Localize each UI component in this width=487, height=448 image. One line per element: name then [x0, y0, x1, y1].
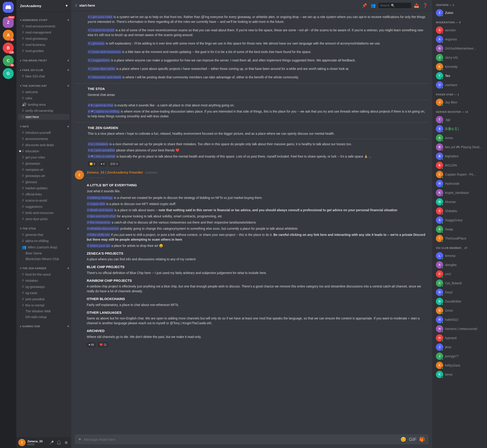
channel-mention[interactable]: # the-metaverse — [87, 221, 111, 224]
member-item-captain-rupert[interactable]: C Captain Rupert - Pir... — [434, 170, 485, 179]
channel-mention[interactable]: # bidding-strategy — [87, 196, 113, 200]
sticker-icon[interactable]: 🎁 — [419, 437, 425, 442]
member-item-jay-bien[interactable]: J Jay Bien — [434, 98, 485, 107]
channel-item-food-for-seoul[interactable]: #food-for-the-seoul — [18, 272, 69, 277]
server-icon-discord[interactable] — [3, 2, 14, 13]
member-item-cpt-lkdavid[interactable]: C Cpt_lkdavid — [434, 279, 485, 288]
add-channel-icon-sorting[interactable]: + — [67, 84, 69, 88]
channel-item-rules[interactable]: #rules — [18, 95, 69, 101]
channel-item-start-here[interactable]: #start-here — [18, 114, 69, 120]
member-item-moonar[interactable]: M Moonar — [434, 197, 485, 206]
member-item-zumo[interactable]: Z Zumo — [434, 8, 485, 17]
channel-item-market-updates[interactable]: #market-updates — [18, 185, 69, 191]
member-item-usertaze[interactable]: U usertaze — [434, 80, 485, 89]
reaction-88[interactable]: ♥ 88 — [87, 342, 96, 348]
member-item-tgp[interactable]: T .tgp — [434, 115, 485, 124]
member-item-grom[interactable]: G Grom — [434, 306, 485, 315]
category-header-brain-trust[interactable]: ▸ THE-BRAIN-TRUST + — [16, 57, 71, 64]
channel-item-get-your-roles[interactable]: #get-your-roles — [18, 154, 69, 160]
channel-item-mod-giveaways[interactable]: #mod-giveaways — [18, 36, 69, 41]
channel-mention[interactable]: # & | mistakes — [88, 142, 109, 146]
channel-mention[interactable]: # ❤ | this-is-mental — [88, 155, 116, 158]
channel-item-blockchain-miners[interactable]: Blockchain Miners Club — [18, 256, 69, 262]
server-icon-4[interactable]: C 46 — [3, 55, 14, 66]
member-item-lemonp[interactable]: L lemonp — [434, 251, 485, 260]
channel-mention[interactable]: # | glossary — [88, 41, 105, 45]
gif-icon[interactable]: GIF — [409, 437, 416, 442]
reaction-00[interactable]: ⓪⓪ 3 — [108, 161, 120, 167]
member-item-argurius[interactable]: A Argurius — [434, 35, 485, 44]
member-item-dragon[interactable]: $ [$🐉ψ💲] — [434, 124, 485, 133]
server-icon-3[interactable]: B 119 — [3, 42, 14, 53]
mute-button[interactable]: 🎤 — [48, 439, 55, 446]
member-item-ames[interactable]: A Ames — [434, 133, 485, 143]
category-header-gaming-hub[interactable]: ▸ GAMING HUB + — [16, 323, 71, 329]
reaction-heart[interactable]: 🙂 5 — [88, 161, 97, 167]
channel-item-official-links[interactable]: #official-links — [18, 191, 69, 197]
member-item-jerry[interactable]: J Jerry-UG — [434, 53, 485, 62]
channel-item-suggestions[interactable]: #suggestions — [18, 204, 69, 210]
reaction-three[interactable]: ♥ 4 — [99, 161, 106, 167]
category-header-info[interactable]: ▾ INFO + — [16, 124, 71, 129]
reaction-21[interactable]: ❤️ 21 — [98, 342, 109, 348]
add-channel-icon-admin[interactable]: + — [67, 18, 69, 22]
server-icon-zenacademy[interactable]: Z NEW — [3, 17, 14, 28]
channel-item-mistakes[interactable]: #mistakes — [18, 278, 69, 284]
channel-item-discounts-and-deals[interactable]: #discounts-and-deals — [18, 142, 69, 148]
member-item-jonnyjp77[interactable]: J jonnyjp77 — [434, 352, 485, 361]
channel-item-tools-and-resources[interactable]: #tools-and-resources — [18, 210, 69, 216]
channel-item-giveaways-art[interactable]: #giveaways-art — [18, 173, 69, 179]
channel-item-bear-game[interactable]: Bear Game — [18, 250, 69, 256]
channel-item-scams-to-avoid[interactable]: #scams-to-avoid — [18, 198, 69, 203]
channel-item-nanopass-wl[interactable]: #nanopass-wl — [18, 167, 69, 173]
channel-item-mod-goodies[interactable]: #mod-goodies — [18, 48, 69, 54]
channel-mention[interactable]: # | tools-and-resources — [88, 50, 121, 54]
member-item-cm2[interactable]: C cm2 — [434, 269, 485, 279]
member-item-kellyyZaza[interactable]: K kellyyZaza — [434, 361, 485, 370]
channel-item-wisdom-well[interactable]: The Wisdom Well — [18, 309, 69, 314]
channel-item-og-giveaways[interactable]: #og-giveaways — [18, 284, 69, 290]
server-header[interactable]: ZenAcademy ▾ — [16, 0, 71, 12]
deafen-button[interactable]: 🎧 — [56, 439, 62, 446]
member-item-soggygravy[interactable]: S SoggyGravy — [434, 216, 485, 225]
member-item-krypto[interactable]: K krypto_kamikaze — [434, 188, 485, 197]
server-icon-2[interactable]: A 27 — [3, 30, 14, 41]
add-channel-icon-zen[interactable]: + — [67, 266, 69, 270]
member-item-alexgltw[interactable]: A alexgltw — [434, 260, 485, 269]
channel-item-announcements[interactable]: #announcements — [18, 136, 69, 142]
channel-item-general-chat[interactable]: #general-chat — [18, 232, 69, 238]
member-item-hydroxide[interactable]: H Hydroxide — [434, 179, 485, 188]
category-header-sorting-hat[interactable]: ▾ THE SORTING HAT + — [16, 83, 71, 89]
member-item-hafe0022[interactable]: H hafe0022 — [434, 315, 485, 324]
add-channel-icon-gaming[interactable]: + — [67, 324, 69, 328]
settings-button[interactable]: ⚙ — [63, 439, 69, 446]
member-item-jktss[interactable]: J jktss — [434, 343, 485, 352]
channel-mention[interactable]: # crypto-defi — [87, 202, 105, 206]
channel-item-og-oasis[interactable]: #og-oasis — [18, 290, 69, 296]
help-icon[interactable]: ❓ — [422, 2, 429, 9]
channel-item-welcome[interactable]: #welcome — [18, 89, 69, 95]
channel-item-education[interactable]: #education — [18, 148, 69, 154]
channel-mention[interactable]: # whitelist-discussions — [87, 227, 119, 230]
channel-mention[interactable]: # share-your-art — [87, 244, 110, 248]
channel-mention[interactable]: # ❤ | alpha-no-shilling — [88, 110, 120, 113]
channel-item-mod-announcements[interactable]: #mod-announcements — [18, 23, 69, 29]
channel-item-this-is-mental[interactable]: #this-is-mental — [18, 302, 69, 308]
member-item-thegoodplace[interactable]: T TheGoodPlace — [434, 234, 485, 243]
channel-item-mod-management[interactable]: #mod-management — [18, 30, 69, 35]
channel-item-mod-business[interactable]: #mod-business — [18, 42, 69, 48]
channel-mention[interactable]: # links-shills-etc — [87, 233, 110, 237]
channel-item-zens-dyor-picks[interactable]: #zens-dyor-picks — [18, 216, 69, 222]
add-channel-icon-fake333[interactable]: + — [67, 68, 69, 72]
member-item-hansoro[interactable]: H hansoro | metacounsel — [434, 324, 485, 333]
channel-mention[interactable]: # | scams-to-avoid — [88, 28, 115, 32]
channel-mention[interactable]: # & | pets-paradise — [88, 148, 115, 152]
channel-item-fake-333-chat[interactable]: #fake-333-chat — [18, 73, 69, 79]
member-item-bec-sol[interactable]: B bec.sol 🎮 Playing Destiny 2 — [434, 143, 485, 152]
channel-item-giveaways[interactable]: #giveaways — [18, 160, 69, 167]
channel-mention[interactable]: # | suggestions — [88, 58, 110, 62]
inbox-icon[interactable]: 📥 — [413, 2, 420, 9]
member-item-davidkibler[interactable]: D DavidKibler — [434, 297, 485, 306]
member-item-boldin[interactable]: B BOLDIN — [434, 161, 485, 170]
channel-mention[interactable]: # death-and-taxes — [87, 208, 113, 212]
